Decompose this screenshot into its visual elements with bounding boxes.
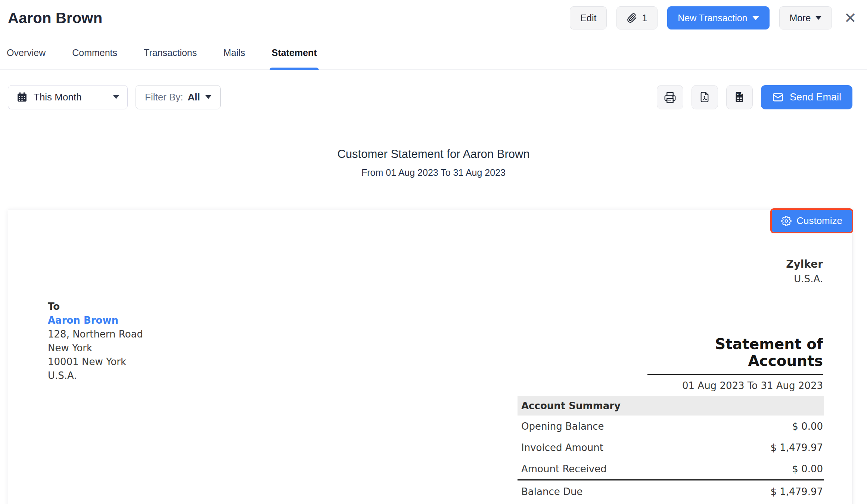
new-transaction-button[interactable]: New Transaction — [667, 6, 769, 29]
toolbar-filters: This Month Filter By: All — [8, 85, 221, 109]
date-range-dropdown[interactable]: This Month — [8, 85, 128, 109]
summary-row-value: $ 0.00 — [792, 463, 823, 475]
xls-file-icon: XLS — [733, 91, 745, 103]
edit-button[interactable]: Edit — [570, 6, 607, 29]
table-row: Opening Balance $ 0.00 — [518, 416, 824, 437]
balance-due-row: Balance Due $ 1,479.97 — [518, 479, 824, 503]
balance-due-label: Balance Due — [521, 486, 582, 497]
send-email-label: Send Email — [790, 91, 841, 103]
customize-button-label: Customize — [796, 215, 842, 227]
account-summary-table: Account Summary Opening Balance $ 0.00 I… — [518, 396, 824, 503]
edit-button-label: Edit — [580, 13, 596, 24]
toolbar-export-actions: XLS Send Email — [657, 85, 852, 109]
new-transaction-label: New Transaction — [678, 13, 747, 24]
company-country: U.S.A. — [786, 273, 823, 284]
statement-document: Customize Zylker U.S.A. To Aaron Brown 1… — [8, 209, 852, 504]
statement-of-accounts-block: Statement of Accounts 01 Aug 2023 To 31 … — [647, 336, 823, 398]
filter-by-label: Filter By: — [145, 91, 183, 103]
statement-heading: Customer Statement for Aaron Brown From … — [0, 147, 867, 178]
address-line: U.S.A. — [48, 369, 143, 383]
summary-row-label: Amount Received — [521, 463, 607, 475]
tab-mails[interactable]: Mails — [221, 47, 247, 69]
pdf-file-icon — [699, 91, 711, 103]
topbar: Aaron Brown Edit 1 New Transaction More — [0, 0, 867, 36]
statement-of-accounts-title: Statement of Accounts — [647, 336, 823, 375]
chevron-down-icon — [815, 16, 821, 20]
table-row: Invoiced Amount $ 1,479.97 — [518, 437, 824, 458]
statement-of-accounts-period: 01 Aug 2023 To 31 Aug 2023 — [647, 375, 823, 398]
printer-icon — [664, 91, 676, 103]
company-block: Zylker U.S.A. — [786, 258, 823, 284]
chevron-down-icon — [113, 95, 119, 99]
to-label: To — [48, 300, 143, 314]
more-button[interactable]: More — [779, 6, 832, 29]
filter-by-value: All — [188, 91, 200, 103]
filter-by-dropdown[interactable]: Filter By: All — [136, 85, 221, 109]
topbar-actions: Edit 1 New Transaction More ✕ — [570, 6, 857, 29]
tab-comments[interactable]: Comments — [70, 47, 119, 69]
attachments-count: 1 — [642, 13, 647, 24]
customize-highlight-box: Customize — [770, 208, 853, 233]
send-email-button[interactable]: Send Email — [761, 85, 852, 109]
customize-button[interactable]: Customize — [772, 210, 852, 232]
mail-icon — [772, 91, 784, 103]
attachments-button[interactable]: 1 — [616, 6, 658, 29]
export-xls-button[interactable]: XLS — [726, 85, 753, 109]
calendar-icon — [16, 91, 28, 103]
summary-row-label: Invoiced Amount — [521, 442, 603, 453]
tab-statement-label: Statement — [272, 47, 317, 58]
address-line: 128, Northern Road — [48, 327, 143, 341]
statement-heading-title: Customer Statement for Aaron Brown — [0, 147, 867, 161]
gear-icon — [781, 216, 792, 226]
tab-bar: Overview Comments Transactions Mails Sta… — [0, 36, 867, 70]
page-title: Aaron Brown — [8, 10, 102, 27]
paperclip-icon — [627, 13, 637, 23]
date-range-value: This Month — [34, 91, 82, 103]
summary-row-value: $ 1,479.97 — [770, 442, 823, 453]
chevron-down-icon — [205, 95, 211, 99]
summary-row-value: $ 0.00 — [792, 421, 823, 432]
summary-row-label: Opening Balance — [521, 421, 604, 432]
recipient-block: To Aaron Brown 128, Northern Road New Yo… — [48, 300, 143, 383]
active-tab-underline — [270, 68, 319, 70]
address-line: New York — [48, 341, 143, 355]
tab-transactions[interactable]: Transactions — [142, 47, 199, 69]
chevron-down-icon — [752, 16, 759, 20]
account-summary-header: Account Summary — [518, 396, 824, 416]
tab-overview[interactable]: Overview — [4, 47, 48, 69]
company-name: Zylker — [786, 258, 823, 270]
statement-toolbar: This Month Filter By: All — [8, 85, 852, 109]
customer-detail-page: Aaron Brown Edit 1 New Transaction More — [0, 0, 867, 504]
export-pdf-button[interactable] — [692, 85, 718, 109]
svg-text:XLS: XLS — [737, 93, 742, 96]
tab-statement[interactable]: Statement — [270, 47, 319, 69]
table-row: Amount Received $ 0.00 — [518, 458, 824, 479]
close-icon[interactable]: ✕ — [843, 10, 857, 25]
address-line: 10001 New York — [48, 355, 143, 369]
more-button-label: More — [790, 13, 811, 24]
print-button[interactable] — [657, 85, 683, 109]
balance-due-value: $ 1,479.97 — [770, 486, 823, 497]
customer-name-link[interactable]: Aaron Brown — [48, 314, 143, 327]
statement-heading-period: From 01 Aug 2023 To 31 Aug 2023 — [0, 167, 867, 178]
